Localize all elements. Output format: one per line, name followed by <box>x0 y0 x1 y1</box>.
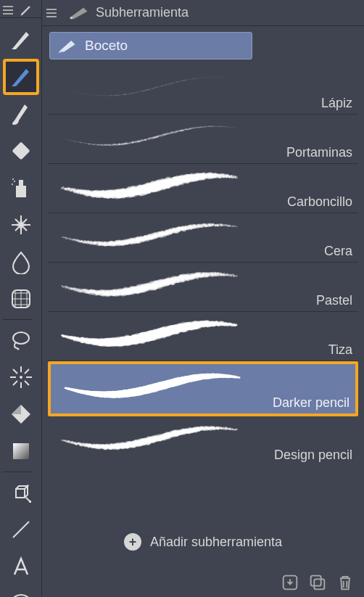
sparkle-icon <box>9 213 33 237</box>
menu-icon[interactable] <box>3 6 13 15</box>
tool-brush[interactable] <box>3 96 39 132</box>
svg-rect-1 <box>16 186 26 197</box>
sketch-pen-icon <box>9 65 33 89</box>
lasso-icon <box>9 328 33 353</box>
brush-item[interactable]: Lápiz <box>48 65 358 115</box>
blend-icon <box>9 250 33 274</box>
menu-icon[interactable] <box>46 9 57 17</box>
cube-icon <box>9 480 33 505</box>
brush-item[interactable]: Cera <box>48 213 358 263</box>
delete-button[interactable] <box>335 572 355 593</box>
panel-header: Subherramienta <box>42 0 364 26</box>
brush-stroke-preview <box>55 421 244 454</box>
brush-item[interactable]: Carboncillo <box>48 164 358 213</box>
svg-rect-0 <box>12 141 30 160</box>
sketch-pen-icon <box>57 37 78 54</box>
plus-icon: + <box>124 533 141 551</box>
brush-label: Carboncillo <box>286 194 354 210</box>
svg-point-5 <box>12 178 14 180</box>
subtool-panel: Subherramienta Boceto LápizPortaminasCar… <box>42 0 364 597</box>
tool-grid[interactable] <box>3 281 39 317</box>
svg-rect-2 <box>19 180 23 186</box>
tool-sidebar <box>0 0 42 597</box>
tool-burst[interactable] <box>3 359 39 395</box>
tool-lasso[interactable] <box>3 322 39 358</box>
eraser-icon <box>9 139 33 163</box>
category-label: Boceto <box>85 38 128 54</box>
add-subtool-button[interactable]: + Añadir subherramienta <box>49 526 357 558</box>
panel-footer <box>42 568 364 597</box>
svg-point-12 <box>70 17 73 20</box>
brush-label: Cera <box>323 244 354 259</box>
tool-divider <box>3 319 32 320</box>
brush-item[interactable]: Portaminas <box>48 115 358 164</box>
brush-item[interactable]: Tiza <box>48 312 358 361</box>
tool-balloon[interactable] <box>3 585 39 597</box>
svg-point-3 <box>14 181 15 182</box>
brush-stroke-preview <box>55 70 244 103</box>
svg-point-8 <box>17 348 19 350</box>
gradient-icon <box>9 439 33 464</box>
svg-rect-14 <box>311 576 321 586</box>
brush-stroke-preview <box>55 168 244 202</box>
brush-label: Design pencil <box>273 448 354 463</box>
tool-sparkle[interactable] <box>3 207 39 243</box>
tool-divider <box>3 472 32 472</box>
tool-sketch-pen[interactable] <box>3 59 39 95</box>
subtool-header-icon <box>68 4 90 22</box>
brush-item[interactable]: Darker pencil <box>48 361 358 416</box>
import-button[interactable] <box>280 572 300 593</box>
svg-rect-15 <box>314 579 324 589</box>
svg-rect-10 <box>13 443 29 459</box>
brush-stroke-preview <box>55 119 244 152</box>
brush-stroke-preview <box>58 369 247 402</box>
brush-label: Lápiz <box>320 96 354 111</box>
tool-eraser[interactable] <box>3 133 39 169</box>
svg-point-4 <box>12 184 13 185</box>
tool-airbrush[interactable] <box>3 170 39 206</box>
toolbar-header <box>0 3 41 18</box>
airbrush-icon <box>9 176 33 200</box>
panel-title: Subherramienta <box>96 5 189 20</box>
tool-text[interactable] <box>3 548 39 585</box>
brush-label: Darker pencil <box>271 395 351 411</box>
fill-icon <box>9 402 33 427</box>
tool-pen[interactable] <box>3 22 39 58</box>
brush-stroke-preview <box>55 218 244 251</box>
brush-stroke-preview <box>55 267 244 300</box>
pen-icon <box>9 28 33 52</box>
brush-icon <box>9 102 33 126</box>
grid-icon <box>9 287 33 311</box>
burst-icon <box>9 365 33 390</box>
add-subtool-label: Añadir subherramienta <box>150 535 282 550</box>
svg-point-9 <box>20 376 22 379</box>
text-icon <box>9 554 33 579</box>
category-tab-boceto[interactable]: Boceto <box>49 32 252 59</box>
brush-label: Portaminas <box>285 145 354 160</box>
balloon-icon <box>9 591 33 597</box>
brush-list: LápizPortaminasCarboncilloCeraPastelTiza… <box>42 64 364 516</box>
brush-item[interactable]: Design pencil <box>48 416 358 466</box>
duplicate-button[interactable] <box>307 572 328 593</box>
pencil-small-icon <box>19 3 33 17</box>
brush-stroke-preview <box>55 316 244 350</box>
line-icon <box>9 517 33 542</box>
tool-gradient[interactable] <box>3 433 39 469</box>
tool-line[interactable] <box>3 511 39 548</box>
brush-item[interactable]: Pastel <box>48 263 358 312</box>
tool-cube[interactable] <box>3 474 39 511</box>
tool-fill[interactable] <box>3 396 39 432</box>
tool-blend[interactable] <box>3 244 39 280</box>
brush-label: Pastel <box>315 293 354 308</box>
brush-label: Tiza <box>327 342 354 358</box>
